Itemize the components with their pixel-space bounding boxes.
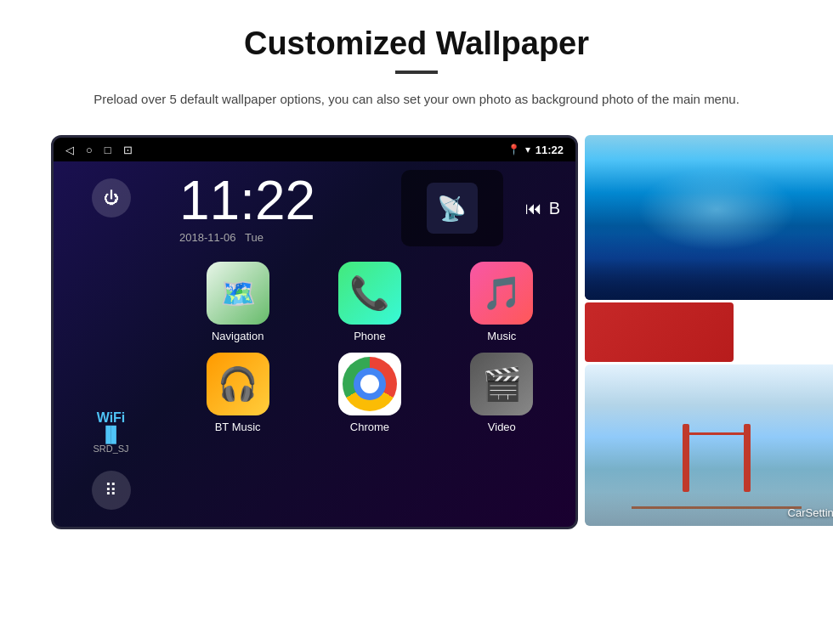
page-title: Customized Wallpaper <box>51 25 782 62</box>
video-icon: 🎬 <box>470 353 533 415</box>
clock-area: 11:22 2018-11-06 Tue 📡 <box>173 170 567 246</box>
sidebar-left: ⏻ WiFi ▐▌ SRD_SJ ⠿ <box>54 161 168 527</box>
cast-icon: 📡 <box>437 195 467 223</box>
wifi-bars-icon: ▐▌ <box>93 426 128 443</box>
clock-date: 2018-11-06 Tue <box>179 231 388 244</box>
wallpaper-thumbnails: CarSetting <box>585 135 833 526</box>
media-controls: ⏮ B <box>525 199 560 218</box>
media-widget: 📡 <box>401 170 503 246</box>
navigation-label: Navigation <box>212 330 264 342</box>
prev-track-icon[interactable]: ⏮ <box>525 199 542 218</box>
bt-music-label: BT Music <box>215 421 261 433</box>
media-icon: 📡 <box>427 183 478 234</box>
sidebar-mid: WiFi ▐▌ SRD_SJ <box>93 234 128 454</box>
status-time: 11:22 <box>536 144 564 156</box>
recent-nav-icon[interactable] <box>105 144 111 156</box>
power-button[interactable]: ⏻ <box>92 178 131 217</box>
app-item-navigation[interactable]: 🗺️ Navigation <box>177 262 298 342</box>
status-bar-right: 📍 ▾ 11:22 <box>507 144 564 156</box>
phone-label: Phone <box>354 330 386 342</box>
clock-section: 11:22 2018-11-06 Tue <box>179 173 388 244</box>
wallpaper-row-mid <box>585 302 833 362</box>
back-nav-icon[interactable] <box>65 144 74 156</box>
chrome-icon <box>338 353 401 415</box>
main-content: 11:22 2018-11-06 Tue 📡 <box>168 161 575 527</box>
wifi-label: WiFi <box>93 410 128 426</box>
wifi-icon: ▾ <box>525 144 530 155</box>
page-subtitle: Preload over 5 default wallpaper options… <box>51 89 782 110</box>
bt-music-icon: 🎧 <box>207 353 269 415</box>
device-frame: 📍 ▾ 11:22 ⏻ WiFi ▐▌ SRD_SJ <box>51 135 578 529</box>
location-icon: 📍 <box>507 144 520 155</box>
phone-icon: 📞 <box>338 262 401 325</box>
wifi-info: WiFi ▐▌ SRD_SJ <box>93 410 128 454</box>
chrome-label: Chrome <box>350 421 389 433</box>
apps-drawer-button[interactable]: ⠿ <box>92 471 131 510</box>
next-track-icon[interactable]: B <box>549 199 560 218</box>
wallpaper-ice-cave[interactable] <box>585 135 833 300</box>
music-label: Music <box>487 330 516 342</box>
title-divider <box>395 71 438 74</box>
app-item-music[interactable]: 🎵 Music <box>441 262 563 342</box>
home-nav-icon[interactable] <box>86 144 93 156</box>
wifi-ssid: SRD_SJ <box>93 443 128 454</box>
carsetting-label: CarSetting <box>788 506 833 519</box>
app-item-chrome[interactable]: Chrome <box>309 353 430 433</box>
android-screen: ⏻ WiFi ▐▌ SRD_SJ ⠿ 11:2 <box>54 161 575 527</box>
navigation-icon: 🗺️ <box>207 262 269 325</box>
music-icon: 🎵 <box>470 262 533 325</box>
clock-display: 11:22 <box>179 173 388 228</box>
app-item-video[interactable]: 🎬 Video <box>441 353 563 433</box>
wallpaper-red-building[interactable] <box>585 302 734 362</box>
video-label: Video <box>488 421 516 433</box>
content-area: 📍 ▾ 11:22 ⏻ WiFi ▐▌ SRD_SJ <box>51 135 782 529</box>
app-grid: 🗺️ Navigation 📞 Phone <box>173 262 567 433</box>
nav-map-overlay: 🗺️ <box>207 262 269 325</box>
app-item-phone[interactable]: 📞 Phone <box>309 262 430 342</box>
wallpaper-bridge[interactable]: CarSetting <box>585 364 833 526</box>
status-bar: 📍 ▾ 11:22 <box>54 138 575 161</box>
screenshot-icon[interactable] <box>123 144 133 156</box>
app-item-bt-music[interactable]: 🎧 BT Music <box>177 353 298 433</box>
status-bar-left <box>65 144 133 156</box>
